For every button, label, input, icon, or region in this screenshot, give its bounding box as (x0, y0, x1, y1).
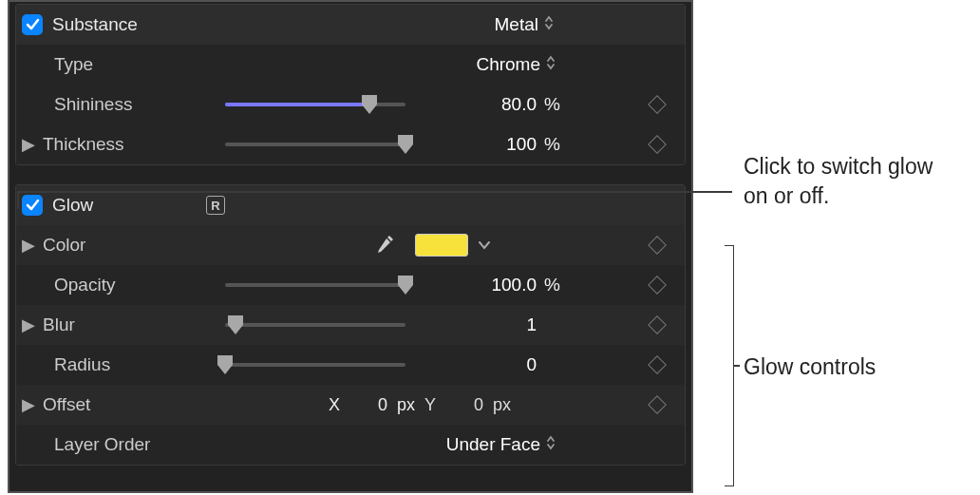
keyframe-icon[interactable] (648, 315, 667, 334)
row-offset: ▶ Offset X 0 px Y 0 px (16, 385, 685, 425)
inspector-panel: Substance Metal Type Chrome (8, 0, 693, 493)
glow-title: Glow (52, 195, 166, 216)
offset-x-value[interactable]: 0 (349, 395, 387, 415)
popup-arrows-icon (546, 54, 557, 75)
type-value: Chrome (476, 54, 540, 75)
keyframe-icon[interactable] (648, 395, 667, 414)
thickness-value[interactable]: 100 (480, 134, 537, 155)
keyframe-icon[interactable] (648, 135, 667, 154)
keyframe-icon[interactable] (648, 95, 667, 114)
substance-title: Substance (52, 14, 223, 35)
keyframe-icon[interactable] (648, 276, 667, 295)
opacity-label: Opacity (54, 275, 225, 295)
keyframe-icon[interactable] (648, 355, 667, 374)
offset-x-label: X (329, 395, 340, 415)
offset-y-unit: px (493, 395, 511, 415)
offset-x-unit: px (397, 395, 415, 415)
row-type: Type Chrome (16, 45, 685, 85)
shininess-label: Shininess (54, 94, 225, 115)
radius-slider[interactable] (225, 363, 405, 367)
callout-glow-controls: Glow controls (744, 352, 876, 382)
blur-disclosure-icon[interactable]: ▶ (22, 314, 35, 335)
glow-checkbox[interactable] (22, 195, 43, 216)
opacity-unit: % (544, 275, 567, 295)
chevron-down-icon[interactable] (478, 238, 491, 253)
color-label: Color (43, 235, 193, 256)
type-label: Type (54, 54, 225, 75)
thickness-slider[interactable] (225, 143, 405, 146)
blur-label: Blur (43, 314, 193, 335)
row-opacity: Opacity 100.0 % (16, 265, 685, 305)
callout-glow-toggle: Click to switch glow on or off. (744, 152, 962, 211)
substance-material-popup[interactable]: Metal (495, 14, 556, 35)
thickness-unit: % (544, 134, 567, 155)
callout-line (17, 191, 732, 193)
substance-header-row: Substance Metal (16, 5, 685, 45)
row-blur: ▶ Blur 1 (16, 305, 685, 345)
popup-arrows-icon (544, 14, 556, 35)
color-swatch[interactable] (415, 234, 468, 257)
offset-y-value[interactable]: 0 (445, 395, 483, 415)
offset-y-label: Y (424, 395, 436, 415)
row-radius: Radius 0 (16, 345, 685, 385)
keyframe-icon[interactable] (648, 236, 667, 255)
section-glow: Glow R ▶ Color Opacity (15, 184, 686, 466)
radius-value[interactable]: 0 (480, 354, 537, 375)
shininess-unit: % (544, 94, 567, 115)
color-disclosure-icon[interactable]: ▶ (22, 235, 35, 256)
row-color: ▶ Color (16, 225, 685, 265)
shininess-value[interactable]: 80.0 (480, 94, 537, 115)
offset-label: Offset (43, 394, 193, 415)
popup-arrows-icon (546, 434, 557, 455)
substance-material-value: Metal (495, 14, 538, 35)
layer-order-value: Under Face (446, 434, 540, 455)
shininess-slider[interactable] (225, 103, 405, 106)
opacity-value[interactable]: 100.0 (480, 275, 537, 295)
offset-disclosure-icon[interactable]: ▶ (22, 394, 35, 415)
blur-value[interactable]: 1 (480, 314, 537, 335)
layer-order-label: Layer Order (54, 434, 225, 455)
layer-order-popup[interactable]: Under Face (446, 434, 557, 455)
row-shininess: Shininess 80.0 % (16, 85, 685, 124)
thickness-disclosure-icon[interactable]: ▶ (22, 134, 35, 155)
thickness-label: Thickness (43, 134, 193, 155)
section-substance: Substance Metal Type Chrome (15, 4, 686, 165)
substance-checkbox[interactable] (22, 14, 43, 35)
blur-slider[interactable] (225, 323, 405, 327)
opacity-slider[interactable] (225, 283, 405, 287)
callout-line (17, 191, 19, 209)
callout-line (734, 365, 740, 367)
bracket (725, 245, 734, 486)
row-thickness: ▶ Thickness 100 % (16, 124, 685, 164)
reset-badge[interactable]: R (206, 196, 225, 215)
radius-label: Radius (54, 354, 225, 375)
row-layer-order: Layer Order Under Face (16, 425, 685, 465)
type-popup[interactable]: Chrome (476, 54, 557, 75)
eyedropper-icon[interactable] (375, 233, 396, 258)
